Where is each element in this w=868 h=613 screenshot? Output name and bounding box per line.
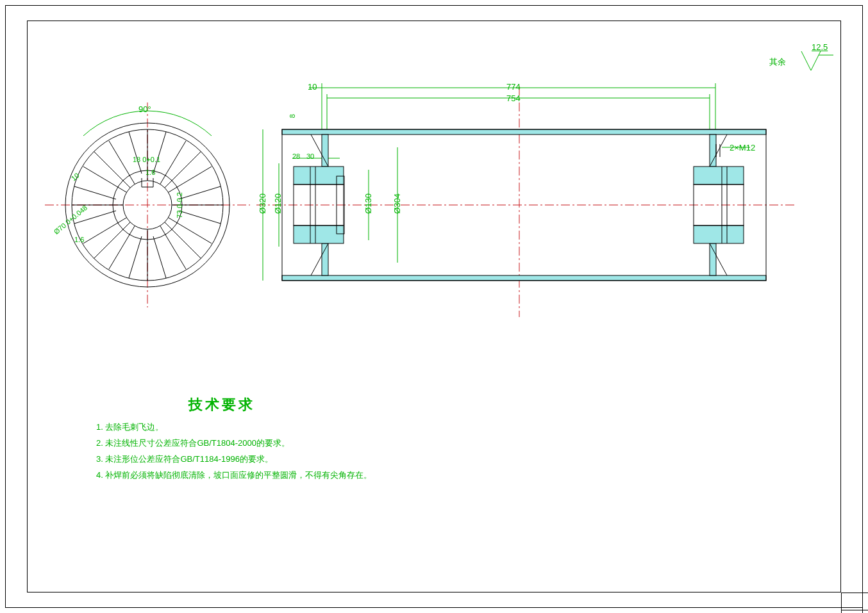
dim-28: 28 (292, 152, 300, 160)
svg-rect-46 (282, 275, 766, 281)
svg-line-28 (109, 141, 135, 184)
dim-130: Ø130 (363, 193, 373, 214)
svg-line-17 (74, 186, 116, 199)
dim-320: Ø320 (258, 193, 267, 214)
tech-1: 1. 去除毛刺飞边。 (96, 421, 163, 433)
svg-line-23 (169, 218, 212, 243)
dim-1-6b: 1.6 (74, 236, 84, 243)
angle-90: 90° (138, 104, 151, 114)
svg-line-18 (153, 236, 166, 278)
svg-rect-50 (294, 225, 344, 243)
surface-other: 其余 (769, 56, 786, 68)
svg-line-13 (94, 151, 130, 188)
svg-rect-55 (710, 135, 716, 167)
section-view (263, 99, 789, 311)
svg-rect-47 (322, 135, 328, 167)
svg-line-15 (179, 186, 221, 199)
svg-line-11 (94, 222, 130, 259)
dim-18tol: 18 0+0.1 (133, 156, 160, 163)
svg-rect-58 (694, 225, 744, 243)
dim-10-top: 10 (308, 82, 317, 92)
svg-line-19 (129, 236, 142, 278)
dim-30: 30 (306, 152, 314, 160)
tech-4: 4. 补焊前必须将缺陷彻底清除，坡口面应修的平整圆滑，不得有尖角存在。 (96, 470, 372, 481)
tech-2: 2. 未注线性尺寸公差应符合GB/T1804-2000的要求。 (96, 437, 290, 449)
svg-rect-56 (710, 243, 716, 275)
dim-8: 8 (288, 114, 296, 118)
svg-rect-48 (322, 243, 328, 275)
surface-finish-symbol (789, 48, 833, 74)
dim-73tol: 73 0-0.2 (176, 192, 183, 218)
dim-304: Ø304 (392, 193, 402, 214)
dim-774: 774 (506, 82, 521, 92)
tech-title: 技术要求 (188, 395, 255, 414)
svg-rect-49 (294, 167, 344, 184)
svg-line-24 (109, 226, 135, 269)
svg-line-20 (153, 132, 166, 174)
dim-1-6a: 1.6 (146, 168, 155, 176)
dim-754: 754 (506, 94, 521, 103)
svg-line-10 (165, 222, 201, 259)
tech-3: 3. 未注形位公差应符合GB/T1184-1996的要求。 (96, 454, 273, 465)
svg-line-12 (165, 151, 201, 188)
svg-line-26 (160, 141, 186, 184)
svg-line-29 (83, 167, 126, 192)
dim-120: Ø120 (273, 193, 283, 214)
svg-rect-57 (694, 167, 744, 184)
svg-line-22 (160, 226, 186, 269)
end-view (51, 102, 244, 307)
drawing-page: 其余 12.5 (0, 0, 868, 613)
svg-line-21 (129, 132, 142, 174)
svg-line-14 (179, 211, 221, 224)
dim-m12: 2×M12 (730, 143, 755, 152)
svg-rect-45 (282, 129, 766, 135)
svg-line-27 (169, 167, 212, 192)
surface-value: 12.5 (812, 42, 828, 52)
svg-line-25 (83, 218, 126, 243)
